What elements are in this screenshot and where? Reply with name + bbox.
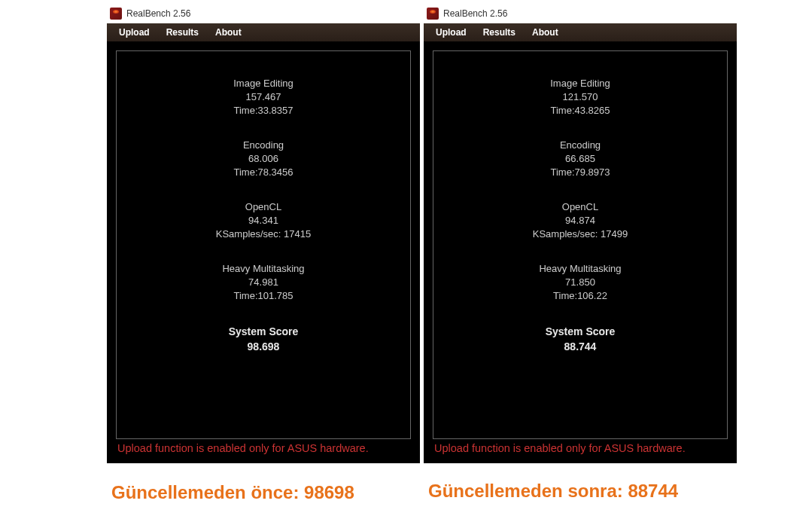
system-score-label: System Score bbox=[117, 324, 410, 339]
bench-encoding: Encoding 68.006 Time:78.3456 bbox=[117, 139, 410, 179]
menu-about[interactable]: About bbox=[208, 25, 249, 40]
window-title: RealBench 2.56 bbox=[443, 8, 507, 19]
bench-time: Time:43.8265 bbox=[433, 104, 727, 118]
menubar: Upload Results About bbox=[424, 23, 737, 41]
upload-warning: Upload function is enabled only for ASUS… bbox=[433, 439, 728, 454]
realbench-window-before: RealBench 2.56 Upload Results About Imag… bbox=[107, 4, 420, 463]
bench-label: Encoding bbox=[117, 139, 410, 152]
window-title: RealBench 2.56 bbox=[126, 8, 190, 19]
bench-label: OpenCL bbox=[117, 200, 410, 214]
content-panel: Image Editing 157.467 Time:33.8357 Encod… bbox=[107, 41, 420, 463]
system-score-label: System Score bbox=[433, 324, 727, 339]
bench-heavy-multitasking: Heavy Multitasking 74.981 Time:101.785 bbox=[117, 262, 410, 303]
caption-after: Güncellemeden sonra: 88744 bbox=[428, 481, 678, 502]
bench-ksamples: KSamples/sec: 17499 bbox=[433, 227, 727, 241]
bench-label: Heavy Multitasking bbox=[117, 262, 410, 276]
bench-score: 74.981 bbox=[117, 276, 410, 289]
upload-warning: Upload function is enabled only for ASUS… bbox=[116, 439, 411, 454]
bench-ksamples: KSamples/sec: 17415 bbox=[117, 227, 410, 241]
realbench-window-after: RealBench 2.56 Upload Results About Imag… bbox=[424, 4, 737, 463]
bench-label: OpenCL bbox=[433, 200, 727, 214]
bench-score: 121.570 bbox=[433, 90, 727, 104]
titlebar: RealBench 2.56 bbox=[107, 4, 420, 23]
bench-image-editing: Image Editing 121.570 Time:43.8265 bbox=[433, 77, 727, 118]
bench-score: 71.850 bbox=[433, 276, 727, 289]
menu-results[interactable]: Results bbox=[476, 25, 523, 40]
bench-score: 66.685 bbox=[433, 152, 727, 166]
bench-label: Heavy Multitasking bbox=[433, 262, 727, 276]
bench-label: Image Editing bbox=[433, 77, 727, 90]
menu-results[interactable]: Results bbox=[159, 25, 206, 40]
system-score-value: 88.744 bbox=[433, 339, 727, 354]
bench-heavy-multitasking: Heavy Multitasking 71.850 Time:106.22 bbox=[433, 262, 727, 303]
bench-time: Time:78.3456 bbox=[117, 166, 410, 179]
titlebar: RealBench 2.56 bbox=[424, 4, 737, 23]
content-panel: Image Editing 121.570 Time:43.8265 Encod… bbox=[424, 41, 737, 463]
bench-score: 94.341 bbox=[117, 214, 410, 227]
bench-score: 94.874 bbox=[433, 214, 727, 227]
bench-opencl: OpenCL 94.874 KSamples/sec: 17499 bbox=[433, 200, 727, 241]
bench-encoding: Encoding 66.685 Time:79.8973 bbox=[433, 139, 727, 179]
bench-time: Time:79.8973 bbox=[433, 166, 727, 179]
menu-about[interactable]: About bbox=[525, 25, 566, 40]
menu-upload[interactable]: Upload bbox=[428, 25, 474, 40]
app-icon bbox=[427, 8, 439, 20]
bench-image-editing: Image Editing 157.467 Time:33.8357 bbox=[117, 77, 410, 118]
bench-label: Encoding bbox=[433, 139, 727, 152]
system-score-group: System Score 98.698 bbox=[117, 324, 410, 354]
bench-label: Image Editing bbox=[117, 77, 410, 90]
results-box: Image Editing 157.467 Time:33.8357 Encod… bbox=[116, 50, 411, 439]
menubar: Upload Results About bbox=[107, 23, 420, 41]
bench-time: Time:33.8357 bbox=[117, 104, 410, 118]
bench-time: Time:101.785 bbox=[117, 289, 410, 303]
bench-time: Time:106.22 bbox=[433, 289, 727, 303]
app-icon bbox=[110, 8, 122, 20]
system-score-group: System Score 88.744 bbox=[433, 324, 727, 354]
bench-opencl: OpenCL 94.341 KSamples/sec: 17415 bbox=[117, 200, 410, 241]
bench-score: 68.006 bbox=[117, 152, 410, 166]
caption-before: Güncellemeden önce: 98698 bbox=[111, 482, 354, 503]
results-box: Image Editing 121.570 Time:43.8265 Encod… bbox=[433, 50, 728, 439]
system-score-value: 98.698 bbox=[117, 339, 410, 354]
bench-score: 157.467 bbox=[117, 90, 410, 104]
menu-upload[interactable]: Upload bbox=[111, 25, 157, 40]
